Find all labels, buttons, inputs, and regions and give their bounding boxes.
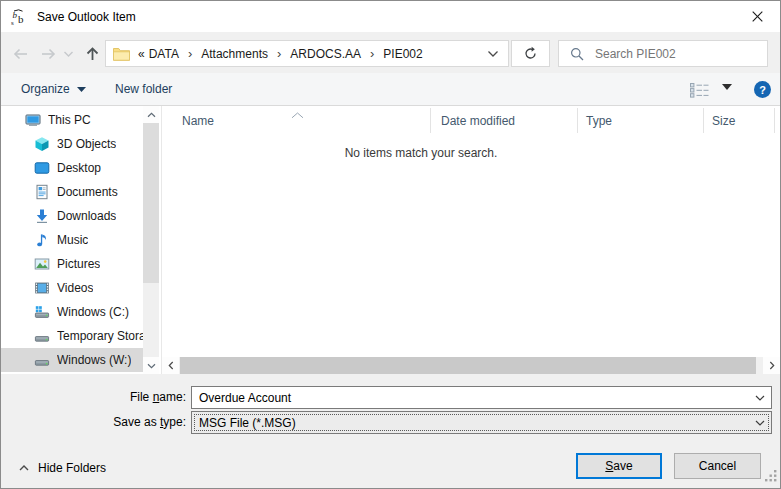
- save-as-type-label: Save as type:: [1, 411, 186, 434]
- search-icon: [570, 47, 584, 61]
- chevron-down-icon[interactable]: [755, 395, 765, 401]
- sidebar-item-pictures[interactable]: Pictures: [1, 252, 143, 276]
- recent-locations-button[interactable]: [61, 43, 76, 65]
- dropdown-arrow-icon: [722, 84, 732, 90]
- column-header-size[interactable]: Size: [704, 108, 775, 133]
- organize-label: Organize: [21, 82, 70, 96]
- file-name-input[interactable]: Overdue Account: [191, 386, 772, 409]
- save-outlook-item-dialog: bsb Save Outlook Item: [0, 0, 781, 489]
- close-button[interactable]: [735, 1, 780, 31]
- sidebar-item-documents[interactable]: Documents: [1, 180, 143, 204]
- sidebar-item-music[interactable]: Music: [1, 228, 143, 252]
- chevron-up-icon: [19, 465, 29, 471]
- empty-message: No items match your search.: [161, 146, 681, 160]
- breadcrumb-item-pie002[interactable]: PIE002: [379, 47, 426, 61]
- save-as-type-row: Save as type: MSG File (*.MSG): [1, 411, 780, 434]
- breadcrumb-overflow-button[interactable]: «: [138, 47, 145, 61]
- drive-icon: [34, 328, 50, 344]
- column-header-date-modified[interactable]: Date modified: [431, 108, 578, 133]
- title-bar: bsb Save Outlook Item: [1, 1, 780, 32]
- command-toolbar: Organize New folder ?: [1, 73, 780, 106]
- chevron-down-icon[interactable]: [755, 420, 765, 426]
- scrollbar-thumb[interactable]: [143, 123, 159, 283]
- sidebar-item-label: Temporary Stora: [57, 329, 143, 343]
- breadcrumb: DATA›Attachments›ARDOCS.AA›PIE002: [145, 47, 427, 61]
- file-name-label: File name:: [1, 386, 186, 409]
- app-icon: bsb: [10, 8, 28, 26]
- help-icon: ?: [759, 84, 766, 96]
- sidebar-item-videos[interactable]: Videos: [1, 276, 143, 300]
- forward-button[interactable]: [37, 43, 59, 65]
- refresh-button[interactable]: [511, 40, 550, 67]
- new-folder-button[interactable]: New folder: [109, 73, 178, 105]
- svg-text:s: s: [11, 18, 14, 26]
- scroll-up-button[interactable]: [143, 106, 159, 123]
- file-name-row: File name: Overdue Account: [1, 386, 780, 409]
- sidebar-item-downloads[interactable]: Downloads: [1, 204, 143, 228]
- column-headers: NameDate modifiedTypeSize: [162, 106, 775, 133]
- navigation-pane: This PC3D ObjectsDesktopDocumentsDownloa…: [1, 106, 161, 374]
- breadcrumb-item-ardocs-aa[interactable]: ARDOCS.AA: [286, 47, 365, 61]
- this-pc-icon: [25, 112, 41, 128]
- sidebar-item-label: Videos: [57, 281, 93, 295]
- column-header-name[interactable]: Name: [162, 108, 431, 133]
- folder-icon: [113, 47, 130, 61]
- address-bar[interactable]: « DATA›Attachments›ARDOCS.AA›PIE002: [105, 40, 509, 67]
- arrow-left-icon: [11, 46, 30, 62]
- resize-grip-icon[interactable]: [765, 470, 777, 485]
- save-as-type-select[interactable]: MSG File (*.MSG): [191, 411, 772, 434]
- chevron-down-icon: [487, 50, 499, 58]
- documents-icon: [34, 184, 50, 200]
- navigation-bar: « DATA›Attachments›ARDOCS.AA›PIE002: [1, 32, 780, 73]
- breadcrumb-item-attachments[interactable]: Attachments: [197, 47, 272, 61]
- sidebar-item-temporary-stora[interactable]: Temporary Stora: [1, 324, 143, 348]
- chevron-left-icon: [168, 361, 174, 370]
- address-dropdown-button[interactable]: [483, 50, 508, 58]
- cube-3d-icon: [34, 136, 50, 152]
- view-mode-button[interactable]: [690, 80, 709, 100]
- view-mode-dropdown-button[interactable]: [722, 84, 732, 90]
- file-list: NameDate modifiedTypeSize No items match…: [161, 106, 780, 374]
- scroll-right-button[interactable]: [763, 357, 780, 374]
- sidebar-list: This PC3D ObjectsDesktopDocumentsDownloa…: [1, 108, 143, 372]
- arrow-up-icon: [84, 45, 101, 63]
- search-input[interactable]: [593, 46, 763, 62]
- scroll-left-button[interactable]: [162, 357, 179, 374]
- chevron-down-icon: [63, 50, 74, 58]
- hide-folders-button[interactable]: Hide Folders: [19, 459, 106, 477]
- sidebar-item-label: Windows (C:): [57, 305, 129, 319]
- sidebar-item-label: Desktop: [57, 161, 101, 175]
- hide-folders-label: Hide Folders: [38, 461, 106, 475]
- sidebar-item-windows-w[interactable]: Windows (W:): [1, 348, 143, 372]
- horizontal-scrollbar: [162, 357, 780, 374]
- desktop-icon: [34, 160, 50, 176]
- cancel-button[interactable]: Cancel: [674, 453, 761, 479]
- scrollbar-thumb[interactable]: [180, 357, 756, 374]
- dropdown-arrow-icon: [77, 87, 86, 92]
- chevron-down-icon: [147, 363, 156, 369]
- sidebar-item-desktop[interactable]: Desktop: [1, 156, 143, 180]
- scroll-down-button[interactable]: [143, 357, 159, 374]
- sidebar-item-label: Pictures: [57, 257, 100, 271]
- file-name-value: Overdue Account: [199, 391, 291, 405]
- breadcrumb-separator-icon: ›: [183, 47, 197, 60]
- details-view-icon: [690, 83, 709, 98]
- organize-button[interactable]: Organize: [15, 73, 92, 105]
- sidebar-item-label: Windows (W:): [57, 353, 131, 367]
- arrow-right-icon: [39, 46, 58, 62]
- help-button[interactable]: ?: [754, 81, 771, 98]
- downloads-icon: [34, 208, 50, 224]
- refresh-icon: [523, 46, 538, 61]
- sidebar-item-this-pc[interactable]: This PC: [1, 108, 143, 132]
- back-button[interactable]: [9, 43, 31, 65]
- up-button[interactable]: [81, 43, 103, 65]
- sidebar-item-label: This PC: [48, 113, 91, 127]
- save-button[interactable]: Save: [576, 453, 662, 479]
- sidebar-item-3d-objects[interactable]: 3D Objects: [1, 132, 143, 156]
- breadcrumb-item-data[interactable]: DATA: [145, 47, 183, 61]
- pictures-icon: [34, 256, 50, 272]
- sidebar-item-label: Downloads: [57, 209, 116, 223]
- window-title: Save Outlook Item: [37, 10, 136, 24]
- sidebar-item-windows-c[interactable]: Windows (C:): [1, 300, 143, 324]
- column-header-type[interactable]: Type: [578, 108, 704, 133]
